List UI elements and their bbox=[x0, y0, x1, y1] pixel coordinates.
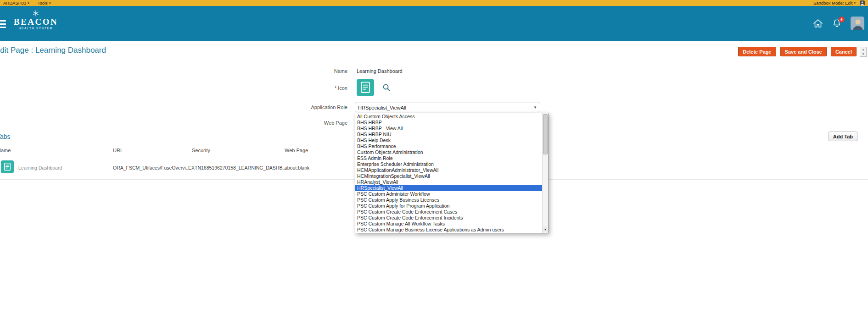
screen: ARDASH03 ▾ Tools ▾ Sandbox Mode: Edit ▾ bbox=[0, 0, 868, 330]
tools-label: Tools bbox=[38, 0, 48, 6]
dropdown-option[interactable]: PSC Custom Create Code Enforcement Incid… bbox=[355, 215, 542, 221]
chevron-down-icon: ▾ bbox=[854, 1, 856, 5]
dropdown-option[interactable]: BHS HRBP NIU bbox=[355, 132, 542, 138]
column-header-name: Name bbox=[0, 148, 11, 153]
sandbox-mode-label: Sandbox Mode: Edit bbox=[813, 0, 853, 6]
cancel-button[interactable]: Cancel bbox=[831, 47, 857, 56]
dropdown-option[interactable]: HCMApplicationAdministrator_ViewAll bbox=[355, 167, 542, 173]
table-row-name[interactable]: Learning Dashboard bbox=[18, 165, 62, 170]
tab-row-icon bbox=[1, 160, 14, 173]
dropdown-option[interactable]: HCMIntegrationSpecialist_ViewAll bbox=[355, 173, 542, 179]
dropdown-option[interactable]: BHS Help Desk bbox=[355, 138, 542, 143]
application-role-listbox: All Custom Objects AccessBHS HRBPBHS HRB… bbox=[355, 114, 542, 233]
scroll-up-icon[interactable]: ▲ bbox=[860, 47, 866, 52]
dropdown-option[interactable]: PSC Custom Manage Business License Appli… bbox=[355, 227, 542, 233]
home-icon[interactable] bbox=[813, 19, 823, 28]
column-header-security: Security bbox=[192, 148, 210, 153]
dropdown-scrollbar-thumb[interactable] bbox=[543, 114, 548, 154]
dropdown-option[interactable]: PSC Custom Apply for Program Application bbox=[355, 203, 542, 209]
delete-page-button[interactable]: Delete Page bbox=[738, 47, 776, 56]
icon-search-icon[interactable] bbox=[382, 83, 391, 92]
table-row-url: ORA_FSCM_UIifaces/FuseOvervi... bbox=[113, 165, 190, 170]
dropdown-option[interactable]: PSC Custom Apply Business Licenses bbox=[355, 197, 542, 203]
dropdown-option[interactable]: PSC Custom Create Code Enforcement Cases bbox=[355, 209, 542, 215]
tabs-section-title: Tabs bbox=[0, 133, 11, 140]
dropdown-scrollbar[interactable]: ▼ bbox=[542, 113, 548, 233]
sandbox-mode-menu[interactable]: Sandbox Mode: Edit ▾ bbox=[813, 0, 856, 6]
select-chevron-icon: ▼ bbox=[533, 105, 537, 110]
page-scroll-stepper: ▲ ▼ bbox=[860, 47, 867, 57]
sandbox-bar: ARDASH03 ▾ Tools ▾ Sandbox Mode: Edit ▾ bbox=[0, 0, 868, 6]
dropdown-option[interactable]: BHS Performance bbox=[355, 143, 542, 149]
application-role-select[interactable]: HRSpecialist_ViewAll ▼ bbox=[355, 103, 540, 112]
column-header-url: URL bbox=[113, 148, 123, 153]
snowflake-icon bbox=[14, 10, 58, 17]
notifications-bell-icon[interactable]: 6 bbox=[832, 19, 841, 28]
page-title: Edit Page : Learning Dashboard bbox=[0, 46, 106, 55]
dropdown-option[interactable]: Enterprise Scheduler Administration bbox=[355, 161, 542, 167]
brand-name: BEACON bbox=[14, 17, 58, 27]
notification-count-badge: 6 bbox=[839, 16, 845, 22]
selected-page-icon[interactable] bbox=[357, 79, 374, 96]
dropdown-option[interactable]: BHS HRBP - View All bbox=[355, 126, 542, 132]
dropdown-option[interactable]: PSC Custom Manage All Workflow Tasks bbox=[355, 221, 542, 227]
application-role-value: HRSpecialist_ViewAll bbox=[358, 105, 406, 110]
avatar[interactable] bbox=[851, 16, 864, 30]
app-header: BEACON HEALTH SYSTEM 6 bbox=[0, 6, 868, 41]
dropdown-option[interactable]: BHS HRBP bbox=[355, 120, 542, 126]
chevron-down-icon: ▾ bbox=[28, 1, 29, 5]
name-label: Name bbox=[274, 68, 347, 74]
add-tab-button[interactable]: Add Tab bbox=[829, 132, 857, 141]
name-value: Learning Dashboard bbox=[357, 68, 403, 74]
save-and-close-button[interactable]: Save and Close bbox=[780, 47, 827, 56]
tools-menu[interactable]: Tools ▾ bbox=[38, 0, 51, 6]
application-role-label: Application Role bbox=[274, 104, 347, 110]
scroll-down-icon[interactable]: ▼ bbox=[860, 52, 866, 57]
dropdown-option[interactable]: HRSpecialist_ViewAll bbox=[355, 185, 542, 191]
icon-label: * Icon bbox=[274, 85, 347, 91]
brand-subtitle: HEALTH SYSTEM bbox=[14, 27, 58, 30]
menu-icon[interactable] bbox=[0, 20, 6, 28]
chevron-down-icon: ▾ bbox=[49, 1, 51, 5]
brand-logo: BEACON HEALTH SYSTEM bbox=[14, 10, 58, 30]
table-row-security: EXTN1685196270158_LEARNING_DASHB... bbox=[188, 165, 286, 170]
dropdown-option[interactable]: HRAnalyst_ViewAll bbox=[355, 179, 542, 185]
column-header-web-page: Web Page bbox=[285, 148, 308, 153]
dropdown-scroll-down-icon[interactable]: ▼ bbox=[543, 226, 548, 232]
web-page-label: Web Page bbox=[274, 120, 347, 126]
dropdown-option[interactable]: Custom Objects Administration bbox=[355, 149, 542, 155]
dropdown-option[interactable]: All Custom Objects Access bbox=[355, 114, 542, 120]
sandbox-name-label: ARDASH03 bbox=[3, 0, 26, 6]
sandbox-user-icon[interactable] bbox=[860, 0, 865, 6]
application-role-dropdown: All Custom Objects AccessBHS HRBPBHS HRB… bbox=[355, 113, 549, 233]
dropdown-option[interactable]: ESS Admin Role bbox=[355, 155, 542, 161]
sandbox-name-menu[interactable]: ARDASH03 ▾ bbox=[3, 0, 29, 6]
dropdown-option[interactable]: PSC Custom Administer Workflow bbox=[355, 191, 542, 197]
table-row-web-page: about:blank bbox=[285, 165, 309, 170]
